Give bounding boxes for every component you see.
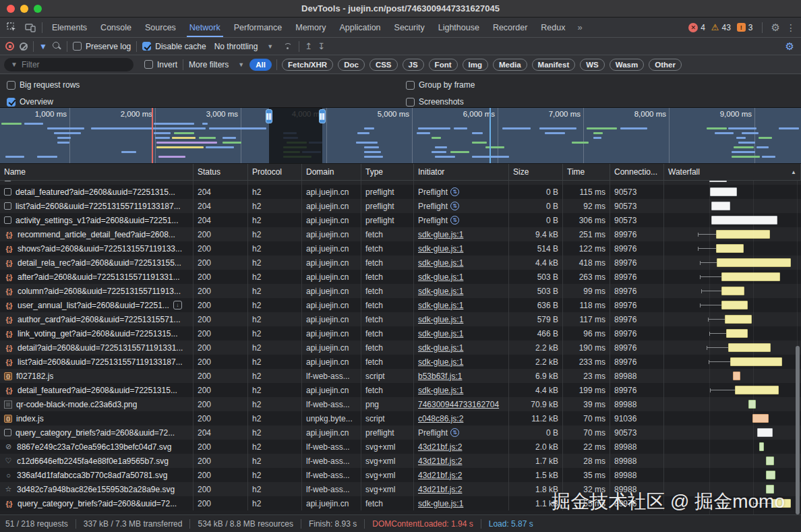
column-header-protocol[interactable]: Protocol xyxy=(248,164,302,180)
initiator-link[interactable]: sdk-glue.js:1 xyxy=(418,357,463,367)
tab-memory[interactable]: Memory xyxy=(289,18,332,37)
record-network-log-button[interactable] xyxy=(5,42,14,51)
tab-network[interactable]: Network xyxy=(183,18,227,37)
import-har-icon[interactable]: ↥ xyxy=(305,42,312,51)
initiator-link[interactable]: c048c86.js:2 xyxy=(418,414,463,423)
type-chip-other[interactable]: Other xyxy=(649,59,682,71)
initiator-link[interactable]: sdk-glue.js:1 xyxy=(418,343,463,353)
console-errors-badge[interactable]: ✕ 4 xyxy=(688,23,705,32)
table-row[interactable]: detail_featured?aid=2608&uuid=72251315..… xyxy=(0,185,801,199)
type-chip-font[interactable]: Font xyxy=(429,59,458,71)
console-warnings-badge[interactable]: ⚠ 43 xyxy=(711,23,731,32)
sort-ascending-icon[interactable]: ▲ xyxy=(791,169,796,175)
table-row[interactable]: {;}query_category_briefs?aid=2608&uuid=7… xyxy=(0,496,801,510)
tab-console[interactable]: Console xyxy=(94,18,138,37)
initiator-link[interactable]: 43d21bf.js:2 xyxy=(418,485,462,494)
initiator-link[interactable]: sdk-glue.js:1 xyxy=(418,499,463,508)
scrollbar-thumb[interactable] xyxy=(796,346,800,514)
tab-redux[interactable]: Redux xyxy=(534,18,572,37)
preflight-link-icon[interactable]: ⇅ xyxy=(450,187,459,196)
preflight-link-icon[interactable]: ⇅ xyxy=(450,216,459,225)
inspect-element-icon[interactable] xyxy=(5,22,18,34)
type-chip-css[interactable]: CSS xyxy=(369,59,398,71)
table-row[interactable]: {;}after?aid=2608&uuid=72251315571191331… xyxy=(0,270,801,284)
network-settings-gear-icon[interactable]: ⚙ xyxy=(785,40,794,53)
table-row[interactable]: qr-code-black-mode.c23a6d3.png200h2lf-we… xyxy=(0,397,801,411)
type-chip-js[interactable]: JS xyxy=(403,59,424,71)
tab-application[interactable]: Application xyxy=(332,18,387,37)
overview-selection-window[interactable] xyxy=(269,108,322,163)
more-tabs-button[interactable]: » xyxy=(572,18,587,37)
tab-performance[interactable]: Performance xyxy=(227,18,289,37)
table-row[interactable]: {;}detail?aid=2608&uuid=7225131557119133… xyxy=(0,341,801,355)
disable-cache-checkbox[interactable]: Disable cache xyxy=(142,42,206,51)
type-chip-media[interactable]: Media xyxy=(493,59,527,71)
table-row[interactable]: {}index.js200h2unpkg.byte...scriptc048c8… xyxy=(0,411,801,425)
type-chip-ws[interactable]: WS xyxy=(580,59,605,71)
table-row[interactable]: {;}detail_featured?aid=2608&uuid=7225131… xyxy=(0,383,801,397)
table-row[interactable]: ♡c12d6646efb2245fa4e88f0e1a9565b7.svg200… xyxy=(0,454,801,468)
initiator-link[interactable]: 43d21bf.js:2 xyxy=(418,471,462,480)
initiator-link[interactable]: sdk-glue.js:1 xyxy=(418,258,463,268)
initiator-link[interactable]: 43d21bf.js:2 xyxy=(418,456,462,466)
search-network-icon[interactable] xyxy=(53,42,61,51)
preserve-log-checkbox[interactable]: Preserve log xyxy=(73,42,131,51)
initiator-link[interactable]: sdk-glue.js:1 xyxy=(418,329,463,338)
initiator-link[interactable]: sdk-glue.js:1 xyxy=(418,315,463,324)
maximize-window-button[interactable] xyxy=(34,5,42,13)
close-window-button[interactable] xyxy=(7,5,15,13)
table-row[interactable]: ○336af4d1fafabcca3b770c8ad7a50781.svg200… xyxy=(0,468,801,482)
settings-gear-icon[interactable]: ⚙ xyxy=(771,22,780,34)
table-row[interactable]: {;}link_voting_get?aid=2608&uuid=7225131… xyxy=(0,326,801,341)
table-row[interactable]: list?aid=2608&uuid=7225131557119133187..… xyxy=(0,199,801,213)
table-row[interactable]: ⊘8867e249c23a7c0ea596c139befc04d7.svg200… xyxy=(0,440,801,454)
column-header-name[interactable]: Name xyxy=(0,164,194,180)
initiator-link[interactable]: sdk-glue.js:1 xyxy=(418,301,463,310)
type-chip-img[interactable]: Img xyxy=(463,59,488,71)
initiator-link[interactable]: sdk-glue.js:1 xyxy=(418,272,463,282)
clear-network-log-button[interactable] xyxy=(20,42,28,51)
invert-filter-checkbox[interactable]: Invert xyxy=(144,60,177,69)
tab-sources[interactable]: Sources xyxy=(138,18,183,37)
type-chip-all[interactable]: All xyxy=(249,59,272,71)
screenshots-checkbox[interactable]: Screenshots xyxy=(406,97,464,107)
type-chip-wasm[interactable]: Wasm xyxy=(610,59,644,71)
table-row[interactable]: {;}user_annual_list?aid=2608&uuid=72251.… xyxy=(0,298,801,312)
type-chip-fetchxhr[interactable]: Fetch/XHR xyxy=(282,59,333,71)
filter-toggle-icon[interactable]: ▼ xyxy=(39,42,47,51)
overview-checkbox[interactable]: Overview xyxy=(7,97,53,107)
big-request-rows-checkbox[interactable]: Big request rows xyxy=(7,80,80,90)
table-row[interactable]: query_category_briefs?aid=2608&uuid=72..… xyxy=(0,425,801,440)
column-header-status[interactable]: Status xyxy=(194,164,248,180)
table-row[interactable]: activity_settings_v1?aid=2608&uuid=72251… xyxy=(0,213,801,227)
initiator-link[interactable]: 43d21bf.js:2 xyxy=(418,442,462,452)
more-filters-dropdown[interactable]: More filters▼ xyxy=(189,60,244,69)
table-row[interactable]: {;}author_card?aid=2608&uuid=72251315571… xyxy=(0,312,801,326)
network-overview-timeline[interactable]: 1,000 ms2,000 ms3,000 ms4,000 ms5,000 ms… xyxy=(0,108,801,164)
throttling-dropdown[interactable]: No throttling▼ xyxy=(214,42,274,51)
device-toolbar-icon[interactable] xyxy=(24,22,36,34)
type-chip-manifest[interactable]: Manifest xyxy=(532,59,576,71)
filter-input[interactable]: ▼ Filter xyxy=(4,58,134,71)
selection-right-handle[interactable]: ▐▌ xyxy=(319,109,326,123)
initiator-link[interactable]: 746300944733162704 xyxy=(418,400,499,409)
group-by-frame-checkbox[interactable]: Group by frame xyxy=(406,80,475,90)
network-conditions-icon[interactable] xyxy=(283,42,293,51)
selection-left-handle[interactable]: ▐▌ xyxy=(266,109,272,123)
initiator-link[interactable]: sdk-glue.js:1 xyxy=(418,287,463,296)
table-row[interactable]: {;}detail_rela_rec?aid=2608&uuid=7225131… xyxy=(0,256,801,270)
table-row[interactable]: {;}shows?aid=2608&uuid=7225131557119133.… xyxy=(0,241,801,256)
table-row[interactable]: {}f027182.js200h2lf-web-ass...scriptb53b… xyxy=(0,369,801,383)
type-chip-doc[interactable]: Doc xyxy=(338,59,365,71)
export-har-icon[interactable]: ↧ xyxy=(318,42,325,51)
issues-badge[interactable]: ! 3 xyxy=(737,23,753,32)
vertical-scrollbar[interactable] xyxy=(795,181,800,514)
column-header-initiator[interactable]: Initiator xyxy=(414,164,509,180)
minimize-window-button[interactable] xyxy=(20,5,28,13)
column-header-connectio[interactable]: Connectio... xyxy=(610,164,664,180)
column-header-time[interactable]: Time xyxy=(563,164,610,180)
tab-security[interactable]: Security xyxy=(388,18,432,37)
customize-menu-icon[interactable]: ⋮ xyxy=(786,22,796,33)
initiator-link[interactable]: sdk-glue.js:1 xyxy=(418,230,463,239)
tab-lighthouse[interactable]: Lighthouse xyxy=(432,18,486,37)
